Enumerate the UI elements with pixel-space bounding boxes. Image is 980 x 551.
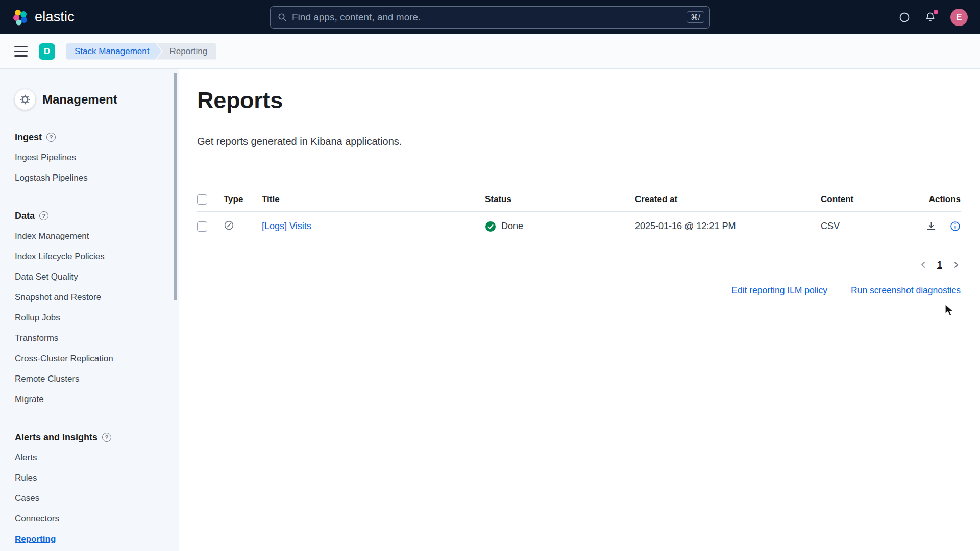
breadcrumb: Stack Management Reporting <box>66 43 216 60</box>
section-label-alerts-insights: Alerts and Insights <box>15 432 97 443</box>
help-icon[interactable]: ? <box>46 133 56 142</box>
section-label-ingest: Ingest <box>15 132 42 143</box>
select-all-checkbox[interactable] <box>197 194 207 205</box>
column-header-created-at[interactable]: Created at <box>635 194 821 205</box>
space-badge[interactable]: D <box>39 43 55 60</box>
column-header-type[interactable]: Type <box>224 194 262 205</box>
help-icon[interactable] <box>899 12 910 23</box>
help-icon[interactable]: ? <box>102 433 111 442</box>
elastic-logo-icon <box>12 9 29 26</box>
search-input[interactable] <box>292 12 687 23</box>
column-header-status[interactable]: Status <box>485 194 635 205</box>
home-link[interactable]: elastic <box>12 9 75 26</box>
sidebar-item-reporting[interactable]: Reporting <box>15 529 166 549</box>
sidebar-section-alerts-insights: Alerts and Insights ? Alerts Rules Cases… <box>15 427 166 549</box>
previous-page-icon[interactable] <box>919 260 928 269</box>
management-sidebar: Management Ingest ? Ingest Pipelines Log… <box>0 69 179 551</box>
search-icon <box>278 13 287 22</box>
reports-table: Type Title Status Created at Content Act… <box>197 187 961 241</box>
created-at-value: 2025-01-16 @ 12:21 PM <box>635 221 821 232</box>
sidebar-item-transforms[interactable]: Transforms <box>15 328 166 348</box>
content-type-value: CSV <box>821 221 918 232</box>
row-checkbox[interactable] <box>197 221 207 232</box>
header-actions: E <box>899 9 968 26</box>
column-header-title[interactable]: Title <box>262 194 485 205</box>
reports-page: Reports Get reports generated in Kibana … <box>179 69 980 551</box>
table-row: [Logs] Visits Done 2025-01-16 @ 12:21 PM… <box>197 212 961 241</box>
sidebar-item-index-lifecycle-policies[interactable]: Index Lifecycle Policies <box>15 246 166 267</box>
status-done-icon <box>485 221 496 232</box>
sidebar-scrollbar[interactable] <box>174 73 177 300</box>
sidebar-item-cross-cluster-replication[interactable]: Cross-Cluster Replication <box>15 348 166 369</box>
report-title-link[interactable]: [Logs] Visits <box>262 221 311 231</box>
sidebar-item-connectors[interactable]: Connectors <box>15 509 166 529</box>
breadcrumb-reporting: Reporting <box>156 43 216 60</box>
global-search[interactable]: ⌘/ <box>270 6 710 29</box>
info-icon[interactable] <box>950 221 961 232</box>
column-header-actions: Actions <box>918 194 961 205</box>
table-footer-links: Edit reporting ILM policy Run screenshot… <box>197 284 961 296</box>
divider <box>197 166 961 166</box>
next-page-icon[interactable] <box>951 260 961 269</box>
sidebar-section-data: Data ? Index Management Index Lifecycle … <box>15 206 166 410</box>
brand-name: elastic <box>35 9 75 25</box>
page-number-current[interactable]: 1 <box>934 259 945 271</box>
global-header: elastic ⌘/ E <box>0 0 980 34</box>
sidebar-item-logstash-pipelines[interactable]: Logstash Pipelines <box>15 168 166 188</box>
sidebar-item-rules[interactable]: Rules <box>15 468 166 488</box>
help-icon[interactable]: ? <box>39 211 48 220</box>
sidebar-item-data-set-quality[interactable]: Data Set Quality <box>15 267 166 287</box>
table-header-row: Type Title Status Created at Content Act… <box>197 187 961 212</box>
sidebar-item-remote-clusters[interactable]: Remote Clusters <box>15 369 166 389</box>
sidebar-title: Management <box>42 92 117 107</box>
sidebar-section-ingest: Ingest ? Ingest Pipelines Logstash Pipel… <box>15 127 166 188</box>
breadcrumb-stack-management[interactable]: Stack Management <box>66 43 161 60</box>
pagination: 1 <box>197 256 961 274</box>
sidebar-item-rollup-jobs[interactable]: Rollup Jobs <box>15 308 166 328</box>
status-text: Done <box>501 221 523 232</box>
menu-icon[interactable] <box>14 46 28 57</box>
breadcrumb-bar: D Stack Management Reporting <box>0 34 980 69</box>
section-label-data: Data <box>15 211 35 221</box>
sidebar-item-snapshot-and-restore[interactable]: Snapshot and Restore <box>15 287 166 308</box>
page-title: Reports <box>197 89 961 112</box>
sidebar-header: Management <box>15 89 166 110</box>
avatar[interactable]: E <box>950 9 968 26</box>
column-header-content[interactable]: Content <box>821 194 918 205</box>
gear-icon <box>20 94 30 105</box>
edit-ilm-policy-link[interactable]: Edit reporting ILM policy <box>731 284 827 296</box>
page-subtitle: Get reports generated in Kibana applicat… <box>197 135 961 147</box>
download-icon[interactable] <box>926 221 937 232</box>
report-type-icon <box>224 220 234 231</box>
management-app-icon <box>15 89 35 110</box>
sidebar-item-alerts[interactable]: Alerts <box>15 447 166 468</box>
notification-dot <box>934 10 938 14</box>
sidebar-item-cases[interactable]: Cases <box>15 488 166 509</box>
sidebar-item-ingest-pipelines[interactable]: Ingest Pipelines <box>15 147 166 168</box>
sidebar-item-index-management[interactable]: Index Management <box>15 226 166 246</box>
sidebar-item-migrate[interactable]: Migrate <box>15 389 166 410</box>
notifications-bell-icon[interactable] <box>924 11 936 23</box>
run-screenshot-diagnostics-link[interactable]: Run screenshot diagnostics <box>851 284 961 296</box>
search-shortcut-badge: ⌘/ <box>687 11 704 23</box>
